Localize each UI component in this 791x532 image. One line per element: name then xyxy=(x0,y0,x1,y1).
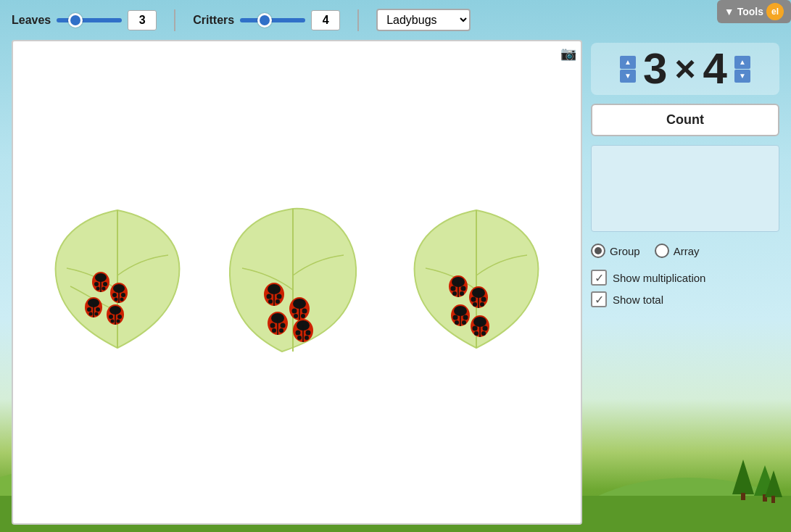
svg-point-86 xyxy=(462,320,466,325)
svg-point-36 xyxy=(110,319,114,323)
critters-input[interactable] xyxy=(311,10,340,30)
content-area: 📷 xyxy=(0,40,791,532)
svg-point-93 xyxy=(481,331,486,336)
group-radio[interactable]: Group xyxy=(591,244,640,258)
tools-badge: el xyxy=(766,3,784,20)
svg-point-50 xyxy=(294,314,298,318)
canvas-area: 📷 xyxy=(12,40,582,525)
tools-button[interactable]: ▼ Tools el xyxy=(717,0,791,23)
svg-point-27 xyxy=(87,307,91,312)
svg-point-90 xyxy=(473,325,478,331)
camera-icon[interactable]: 📷 xyxy=(560,46,576,62)
equation-times: × xyxy=(674,48,695,90)
right-panel: ▲ ▼ 3 × 4 ▲ ▼ Count Group xyxy=(591,40,779,525)
leaves-label: Leaves xyxy=(12,14,51,27)
tools-arrow-icon: ▼ xyxy=(724,6,734,17)
separator-2 xyxy=(357,9,359,31)
leaves-display xyxy=(13,41,581,523)
leaf-2 xyxy=(224,203,369,362)
svg-point-58 xyxy=(279,328,283,333)
leaf-3-svg xyxy=(404,203,549,362)
svg-point-62 xyxy=(296,330,301,335)
svg-point-16 xyxy=(102,286,105,290)
svg-point-78 xyxy=(473,302,477,307)
leaves-control: Leaves xyxy=(12,10,157,30)
leaves-input[interactable] xyxy=(128,10,157,30)
show-multiplication-label: Show multiplication xyxy=(613,272,705,284)
separator-1 xyxy=(174,9,175,31)
left-spinner: ▲ ▼ xyxy=(620,56,636,83)
svg-point-43 xyxy=(268,299,273,304)
leaf-1-svg xyxy=(45,203,190,362)
svg-point-22 xyxy=(114,297,117,301)
count-result-box xyxy=(591,145,779,232)
svg-point-70 xyxy=(461,286,466,291)
svg-point-83 xyxy=(453,315,458,320)
svg-point-14 xyxy=(103,282,107,286)
svg-point-42 xyxy=(277,294,282,299)
svg-point-92 xyxy=(474,331,479,336)
svg-point-72 xyxy=(460,291,464,296)
svg-point-55 xyxy=(270,323,276,328)
svg-point-84 xyxy=(463,315,468,320)
leaves-slider-container xyxy=(57,18,122,22)
array-radio[interactable]: Array xyxy=(655,244,700,258)
radio-group: Group Array xyxy=(591,241,779,261)
svg-point-48 xyxy=(292,308,297,313)
tools-label: Tools xyxy=(737,6,763,17)
svg-point-15 xyxy=(96,286,99,290)
left-down-button[interactable]: ▼ xyxy=(620,70,636,83)
svg-point-56 xyxy=(281,323,286,328)
leaves-slider[interactable] xyxy=(57,18,122,22)
show-multiplication-checkbox[interactable]: ✓ Show multiplication xyxy=(591,270,779,286)
right-spinner: ▲ ▼ xyxy=(734,56,750,83)
group-label: Group xyxy=(610,245,640,257)
svg-point-29 xyxy=(88,312,92,315)
show-total-box: ✓ xyxy=(591,291,607,307)
leaf-3 xyxy=(404,203,549,362)
svg-point-77 xyxy=(481,296,486,302)
svg-point-64 xyxy=(297,336,302,340)
right-up-button[interactable]: ▲ xyxy=(734,56,750,69)
svg-point-13 xyxy=(94,282,99,286)
svg-point-35 xyxy=(117,315,122,319)
critters-slider-container xyxy=(240,18,305,22)
svg-point-41 xyxy=(267,294,272,299)
leaf-1 xyxy=(45,203,190,362)
array-radio-circle xyxy=(655,244,669,258)
svg-point-51 xyxy=(301,314,305,318)
svg-point-69 xyxy=(451,286,456,291)
leaf-2-svg xyxy=(224,203,369,362)
equation-left: 3 xyxy=(639,47,671,91)
show-total-label: Show total xyxy=(613,294,663,306)
left-up-button[interactable]: ▲ xyxy=(620,56,636,69)
svg-point-23 xyxy=(120,297,123,301)
critters-label: Critters xyxy=(193,14,234,27)
svg-point-49 xyxy=(302,308,307,313)
checkbox-group: ✓ Show multiplication ✓ Show total xyxy=(591,270,779,307)
svg-point-44 xyxy=(276,299,280,304)
right-down-button[interactable]: ▼ xyxy=(734,70,750,83)
show-total-checkbox[interactable]: ✓ Show total xyxy=(591,291,779,307)
equation-right: 4 xyxy=(699,47,732,91)
svg-point-34 xyxy=(109,315,113,319)
svg-point-37 xyxy=(116,319,120,323)
toolbar: Leaves Critters Ladybugs Butterflies Bee… xyxy=(0,0,791,40)
type-select[interactable]: Ladybugs Butterflies Bees xyxy=(376,9,471,31)
svg-point-65 xyxy=(305,336,309,340)
svg-point-91 xyxy=(483,325,488,331)
svg-point-21 xyxy=(121,293,125,297)
equation-row: ▲ ▼ 3 × 4 ▲ ▼ xyxy=(591,43,779,95)
type-dropdown-container: Ladybugs Butterflies Bees xyxy=(376,9,471,31)
critters-slider[interactable] xyxy=(240,18,305,22)
count-button[interactable]: Count xyxy=(591,104,779,136)
svg-point-30 xyxy=(94,312,98,315)
svg-point-63 xyxy=(306,330,311,335)
svg-point-28 xyxy=(96,307,100,312)
svg-point-71 xyxy=(452,291,457,296)
svg-point-76 xyxy=(471,296,476,302)
svg-point-57 xyxy=(272,328,276,333)
svg-point-85 xyxy=(455,320,459,325)
array-label: Array xyxy=(674,245,700,257)
critters-control: Critters xyxy=(193,10,340,30)
